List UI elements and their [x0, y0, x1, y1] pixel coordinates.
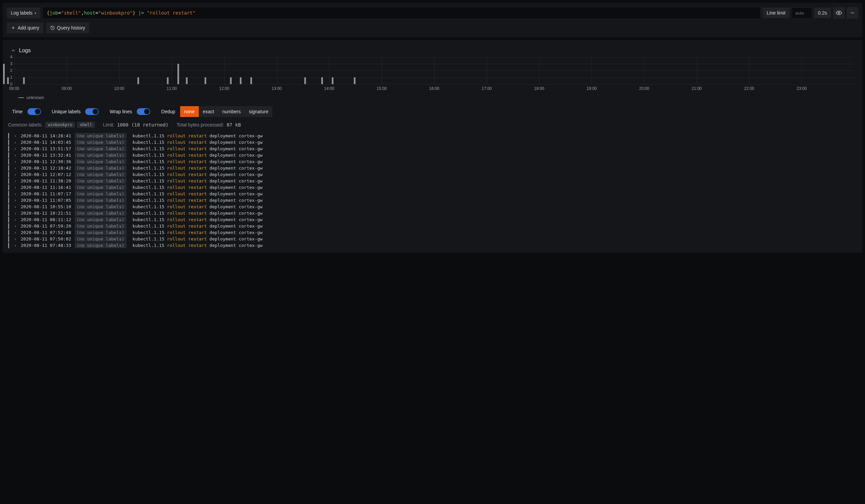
- expand-log-row-button[interactable]: ›: [13, 236, 17, 242]
- expand-log-row-button[interactable]: ›: [13, 230, 17, 235]
- line-limit-button[interactable]: Line limit: [763, 8, 789, 18]
- log-message: kubectl.1.15 rollout restart deployment …: [132, 211, 263, 216]
- collapse-section-button[interactable]: [11, 48, 15, 53]
- expand-log-row-button[interactable]: ›: [13, 178, 17, 184]
- expand-log-row-button[interactable]: ›: [13, 140, 17, 145]
- line-limit-input[interactable]: [792, 8, 812, 19]
- hist-bar[interactable]: [240, 77, 242, 84]
- log-message-highlight: rollout restart: [167, 159, 207, 164]
- option-label-unique-labels: Unique labels: [52, 109, 81, 114]
- remove-query-button[interactable]: [847, 7, 858, 19]
- log-message-prefix: kubectl.1.15: [132, 230, 167, 235]
- log-level-bar: [8, 217, 9, 222]
- add-query-button[interactable]: Add query: [7, 22, 43, 33]
- hist-bar[interactable]: [3, 64, 5, 84]
- query-elapsed[interactable]: 0.2s: [814, 8, 831, 18]
- hist-x-tick: 14:00: [324, 86, 334, 91]
- query-token-eq2: =: [95, 10, 98, 15]
- hist-bar[interactable]: [332, 77, 333, 84]
- hist-x-tick: 09:00: [62, 86, 72, 91]
- log-row: ›2020-08-11 12:18:42(no unique labels)ku…: [8, 165, 857, 171]
- log-message-highlight: rollout restart: [167, 230, 207, 235]
- hist-bar[interactable]: [230, 77, 232, 84]
- log-row: ›2020-08-11 13:51:57(no unique labels)ku…: [8, 145, 857, 152]
- toggle-visibility-button[interactable]: [833, 7, 845, 19]
- dedup-option-none[interactable]: none: [180, 106, 199, 117]
- log-row: ›2020-08-11 07:59:20(no unique labels)ku…: [8, 223, 857, 229]
- expand-log-row-button[interactable]: ›: [13, 198, 17, 203]
- expand-log-row-button[interactable]: ›: [13, 165, 17, 171]
- hist-bar[interactable]: [321, 77, 323, 84]
- hist-bar[interactable]: [177, 64, 179, 84]
- query-token-val-job: "shell": [61, 10, 81, 15]
- dedup-option-exact[interactable]: exact: [199, 106, 218, 117]
- expand-log-row-button[interactable]: ›: [13, 211, 17, 216]
- limit-label: Limit:: [103, 122, 114, 128]
- hist-y-tick: 4: [10, 55, 13, 59]
- expand-log-row-button[interactable]: ›: [13, 153, 17, 158]
- log-rows-container: ›2020-08-11 14:28:41(no unique labels)ku…: [7, 133, 858, 249]
- hist-bar[interactable]: [205, 77, 206, 84]
- log-message-suffix: deployment cortex-gw: [207, 165, 263, 171]
- hist-bar[interactable]: [354, 77, 356, 84]
- expand-log-row-button[interactable]: ›: [13, 133, 17, 138]
- log-histogram[interactable]: 0123408:0009:0010:0011:0012:0013:0014:00…: [7, 57, 858, 100]
- expand-log-row-button[interactable]: ›: [13, 191, 17, 196]
- hist-bar[interactable]: [250, 77, 252, 84]
- log-message-prefix: kubectl.1.15: [132, 236, 167, 242]
- log-row: ›2020-08-11 10:55:10(no unique labels)ku…: [8, 203, 857, 210]
- hist-bar[interactable]: [186, 77, 187, 84]
- hist-x-tick: 22:00: [744, 86, 754, 91]
- log-options-bar: Time Unique labels Wrap lines Dedup none…: [7, 100, 858, 119]
- log-message: kubectl.1.15 rollout restart deployment …: [132, 165, 263, 171]
- expand-log-row-button[interactable]: ›: [13, 243, 17, 248]
- no-unique-labels-badge: (no unique labels): [74, 204, 127, 210]
- expand-log-row-button[interactable]: ›: [13, 159, 17, 164]
- toggle-time[interactable]: [27, 108, 41, 115]
- log-timestamp: 2020-08-11 12:18:42: [21, 165, 71, 171]
- log-message-prefix: kubectl.1.15: [132, 159, 167, 164]
- log-message-suffix: deployment cortex-gw: [207, 133, 263, 138]
- expand-log-row-button[interactable]: ›: [13, 172, 17, 177]
- expand-log-row-button[interactable]: ›: [13, 185, 17, 190]
- expand-log-row-button[interactable]: ›: [13, 223, 17, 228]
- query-history-button[interactable]: Query history: [46, 22, 89, 33]
- query-input[interactable]: {job="shell",host="winbookpro"} |= "roll…: [43, 7, 761, 19]
- hist-bar[interactable]: [23, 77, 25, 84]
- log-message: kubectl.1.15 rollout restart deployment …: [132, 172, 263, 177]
- expand-log-row-button[interactable]: ›: [13, 217, 17, 222]
- chevron-down-icon: ▾: [35, 11, 36, 15]
- no-unique-labels-badge: (no unique labels): [74, 146, 127, 152]
- log-message-prefix: kubectl.1.15: [132, 204, 167, 209]
- log-message-suffix: deployment cortex-gw: [207, 178, 263, 184]
- no-unique-labels-badge: (no unique labels): [74, 191, 127, 197]
- expand-log-row-button[interactable]: ›: [13, 146, 17, 151]
- hist-bar[interactable]: [7, 77, 9, 84]
- log-level-bar: [8, 172, 9, 177]
- log-message-prefix: kubectl.1.15: [132, 165, 167, 171]
- toggle-wrap-lines[interactable]: [137, 108, 150, 115]
- log-message: kubectl.1.15 rollout restart deployment …: [132, 230, 263, 235]
- log-message-highlight: rollout restart: [167, 198, 207, 203]
- hist-x-tick: 10:00: [114, 86, 124, 91]
- hist-bar[interactable]: [304, 77, 306, 84]
- common-labels-label: Common labels:: [8, 122, 43, 128]
- dedup-option-signature[interactable]: signature: [245, 106, 273, 117]
- hist-x-tick: 08:00: [9, 86, 19, 91]
- hist-bar[interactable]: [167, 77, 169, 84]
- log-row: ›2020-08-11 11:38:20(no unique labels)ku…: [8, 178, 857, 184]
- log-message: kubectl.1.15 rollout restart deployment …: [132, 191, 263, 196]
- hist-bar[interactable]: [137, 77, 139, 84]
- toggle-unique-labels[interactable]: [85, 108, 99, 115]
- expand-log-row-button[interactable]: ›: [13, 204, 17, 209]
- dedup-option-numbers[interactable]: numbers: [218, 106, 245, 117]
- log-message: kubectl.1.15 rollout restart deployment …: [132, 185, 263, 190]
- log-message-highlight: rollout restart: [167, 178, 207, 184]
- log-row: ›2020-08-11 07:48:33(no unique labels)ku…: [8, 242, 857, 249]
- log-message-suffix: deployment cortex-gw: [207, 185, 263, 190]
- log-level-bar: [8, 210, 9, 216]
- add-query-label: Add query: [18, 25, 39, 31]
- dedup-segmented-control: noneexactnumberssignature: [180, 106, 273, 117]
- log-labels-button[interactable]: Log labels ▾: [7, 8, 41, 18]
- no-unique-labels-badge: (no unique labels): [74, 210, 127, 216]
